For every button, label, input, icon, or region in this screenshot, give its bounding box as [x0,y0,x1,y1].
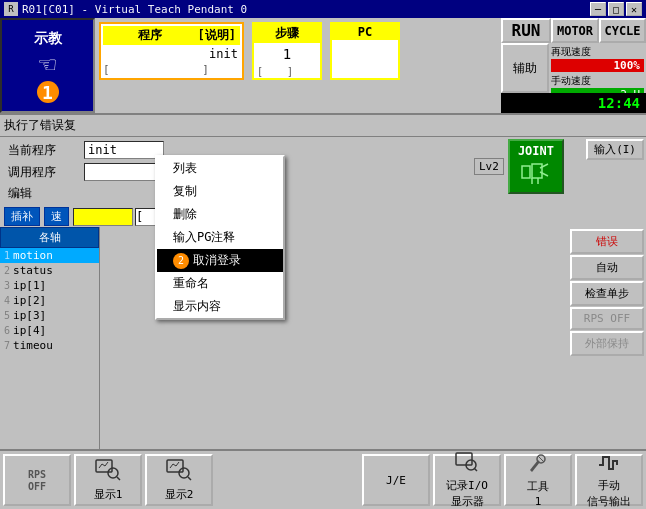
magnify-chart-icon [94,458,122,482]
minimize-button[interactable]: ─ [590,2,606,16]
log-io-btn[interactable]: 记录I/O 显示器 [433,454,501,506]
list-item[interactable]: 6 ip[4] [0,323,99,338]
list-item[interactable]: 2 status [0,263,99,278]
context-menu-item-cancel-login[interactable]: 2取消登录 [157,249,283,272]
je-label: J/E [386,474,406,487]
step-bracket: [ ] [254,65,320,78]
manual-signal-btn[interactable]: 手动 信号输出 [575,454,643,506]
cycle-button[interactable]: CYCLE [599,18,646,43]
motor-button[interactable]: MOTOR [551,18,599,43]
external-hold-button[interactable]: 外部保持 [570,331,644,356]
speed-info: 再现速度 100% 手动速度 2.H [549,43,646,93]
header-row: 程序 [说明] init [ ] 步骤 1 [ ] [99,22,497,80]
je-btn[interactable]: J/E [362,454,430,506]
list-item[interactable]: 3 ip[1] [0,278,99,293]
each-axis-btn[interactable]: 各轴 [0,227,99,248]
svg-point-7 [108,468,118,478]
call-program-value[interactable] [84,163,164,181]
error-bar: 执行了错误复 [0,115,646,137]
speed-btn[interactable]: 速 [44,207,69,226]
call-program-label: 调用程序 [8,164,78,181]
auto-button[interactable]: 自动 [570,255,644,280]
check-step-button[interactable]: 检查单步 [570,281,644,306]
joint-button[interactable]: JOINT [508,139,564,194]
display2-btn[interactable]: 显示2 [145,454,213,506]
list-entries: 1 motion 2 status 3 ip[1] 4 ip[2] 5 ip [0,248,99,449]
svg-rect-12 [456,453,472,465]
insert-btn[interactable]: 插补 [4,207,40,226]
teach-label: 示教 [34,30,62,48]
input-button-area: 输入(I) [586,139,644,160]
svg-line-8 [117,477,120,480]
current-program-value[interactable]: init [84,141,164,159]
title-text: R01[C01] - Virtual Teach Pendant 0 [22,3,247,16]
list-item[interactable]: 4 ip[2] [0,293,99,308]
manual-signal-label2: 信号输出 [587,494,631,509]
svg-point-10 [179,468,189,478]
io-field-1[interactable] [73,208,133,226]
step-header: 步骤 [254,24,320,43]
prog-list-btns: 插补 速 [4,207,69,226]
context-menu: 列表 复制 删除 输入PG注释 2取消登录 重命名 显示内容 [155,155,285,320]
context-menu-item-show-content[interactable]: 显示内容 [157,295,283,318]
svg-line-3 [540,172,548,176]
edit-area: 编辑 [8,185,164,202]
rps-off-button[interactable]: RPS OFF [570,307,644,330]
list-item[interactable]: 1 motion [0,248,99,263]
magnify-chart2-icon [165,458,193,482]
teach-button[interactable]: 示教 ☜ 1 [0,18,95,113]
svg-line-14 [475,469,478,472]
list-item[interactable]: 5 ip[3] [0,308,99,323]
log-io-icon [454,451,480,477]
context-menu-item-delete[interactable]: 删除 [157,203,283,226]
program-value: init [103,45,240,63]
rps-off-toolbar-btn[interactable]: RPS OFF [3,454,71,506]
program-boxes-area: 程序 [说明] init [ ] 步骤 1 [ ] [95,18,501,113]
list-item[interactable]: 7 timeou [0,338,99,353]
display1-btn[interactable]: 显示1 [74,454,142,506]
pc-value [332,40,398,78]
context-menu-item-list[interactable]: 列表 [157,157,283,180]
run-motor-cycle-row: RUN MOTOR CYCLE [501,18,646,43]
log-io-label: 记录I/O [446,478,488,493]
maximize-button[interactable]: □ [608,2,624,16]
teach-number: 1 [37,81,59,103]
tool1-btn[interactable]: 工具 1 [504,454,572,506]
panel-header-btns: 各轴 [0,227,99,248]
manual-signal-label1: 手动 [598,478,620,493]
hojo-button[interactable]: 辅助 [501,43,549,93]
signal-icon [595,451,623,473]
off-label: OFF [28,481,46,492]
teach-hand-icon: ☜ [39,48,56,81]
pc-box: PC [330,22,400,80]
call-program-row: 调用程序 [8,163,164,181]
main-container: 示教 ☜ 1 程序 [说明] init [ ] [0,18,646,509]
robot-icon [518,158,554,186]
input-button[interactable]: 输入(I) [586,139,644,160]
program-info: 当前程序 init 调用程序 编辑 [0,137,172,206]
display2-icon [165,458,193,486]
title-bar: R R01[C01] - Virtual Teach Pendant 0 ─ □… [0,0,646,18]
error-text: 执行了错误复 [4,118,76,132]
manual-speed-area: 手动速度 [551,74,644,88]
log-icon [454,451,480,473]
close-button[interactable]: ✕ [626,2,642,16]
context-menu-item-rename[interactable]: 重命名 [157,272,283,295]
replay-speed-value: 100% [551,59,644,72]
top-right-panel: RUN MOTOR CYCLE 辅助 再现速度 100% 手动速度 2.H [501,18,646,113]
replay-speed-label: 再现速度 [551,45,644,59]
app-icon: R [4,2,18,16]
rps-label: RPS [28,469,46,480]
edit-label: 编辑 [8,185,32,202]
context-menu-item-copy[interactable]: 复制 [157,180,283,203]
run-button[interactable]: RUN [501,18,551,43]
step-value: 1 [254,43,320,65]
middle-row: 当前程序 init 调用程序 编辑 Lv2 JOINT [0,137,646,206]
prog-desc-label: [说明] [198,27,236,44]
clock-display: 12:44 [501,93,646,113]
context-menu-item-input-pg[interactable]: 输入PG注释 [157,226,283,249]
display2-label: 显示2 [165,487,194,502]
step-box: 步骤 1 [ ] [252,22,322,80]
error-button[interactable]: 错误 [570,229,644,254]
log-display-label: 显示器 [451,494,484,509]
